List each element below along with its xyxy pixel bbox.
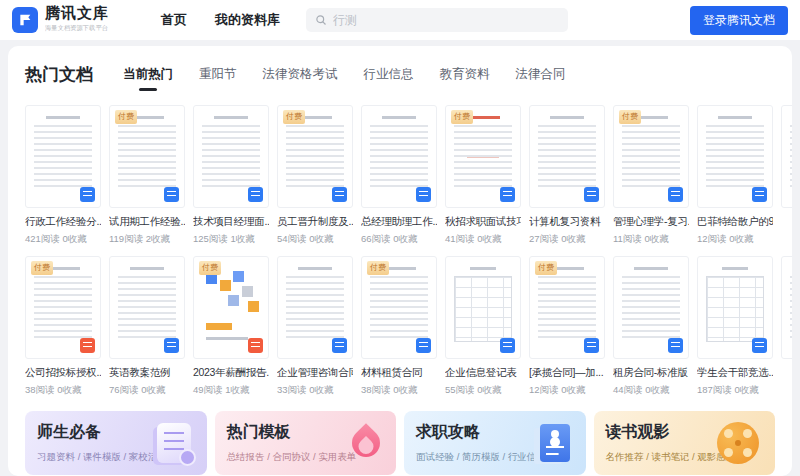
doc-preview-lines (34, 267, 92, 342)
main-panel: 热门文档 当前热门 重阳节 法律资格考试 行业信息 教育资料 法律合同 付费 (8, 46, 792, 476)
doc-thumbnail: 付费 (613, 256, 689, 359)
doc-card[interactable]: 付费 企业管理咨询合同 33阅读 0收藏 (277, 256, 353, 397)
doc-preview-lines (286, 267, 344, 342)
doc-preview-lines (34, 116, 92, 191)
login-button[interactable]: 登录腾讯文档 (690, 6, 788, 35)
film-reel-icon (717, 422, 759, 464)
logo-flag-icon (12, 7, 38, 33)
doc-title: 英语教案范例 (109, 366, 185, 380)
doc-card[interactable]: 付费 计算机复习资料 27阅读 0收藏 (529, 105, 605, 246)
doc-thumbnail: 付费 (529, 256, 605, 359)
doc-preview-lines (706, 267, 764, 342)
app-logo[interactable]: 腾讯文库 海量文档资源下载平台 (12, 5, 135, 35)
doc-card[interactable]: 付费 行政工作经验分... 421阅读 0收藏 (25, 105, 101, 246)
doc-stats: 11阅读 0收藏 (613, 233, 689, 246)
doc-card[interactable]: 付费 材料租赁合同 38阅读 0收藏 (361, 256, 437, 397)
doc-title: 计算机复习资料 (529, 215, 605, 229)
doc-card[interactable]: 付费 公司招投标授权... 38阅读 0收藏 (25, 256, 101, 397)
doc-cards-row-2: 付费 公司招投标授权... 38阅读 0收藏 付费 英语教案范例 76阅读 0收… (25, 256, 792, 397)
nav-my-library[interactable]: 我的资料库 (215, 11, 280, 29)
doc-preview-lines (790, 267, 792, 342)
doc-stats: 38阅读 0收藏 (25, 384, 101, 397)
paid-badge: 付费 (619, 110, 641, 124)
doc-preview-lines (622, 267, 680, 342)
hot-docs-tab[interactable]: 法律资格考试 (263, 66, 338, 91)
doc-title: 学生会干部竞选... (697, 366, 773, 380)
file-type-icon (584, 338, 599, 353)
file-type-icon (332, 338, 347, 353)
doc-card[interactable]: 付费 总经理助理工作... 66阅读 0收藏 (361, 105, 437, 246)
doc-thumbnail: 付费 (277, 105, 353, 208)
doc-stats: 27阅读 0收藏 (529, 233, 605, 246)
doc-card[interactable]: 付费 2023年薪酬报告... 49阅读 1收藏 (193, 256, 269, 397)
doc-thumbnail: 付费 (697, 105, 773, 208)
paid-badge: 付费 (535, 261, 557, 275)
doc-card[interactable]: 付费 [承揽合同]—加... 12阅读 0收藏 (529, 256, 605, 397)
doc-card[interactable]: 付费 管理心理学-复习... 11阅读 0收藏 (613, 105, 689, 246)
doc-stats: 33阅读 0收藏 (277, 384, 353, 397)
hot-docs-tab[interactable]: 重阳节 (199, 66, 237, 91)
doc-thumbnail: 付费 (529, 105, 605, 208)
file-type-icon (332, 187, 347, 202)
doc-preview-lines (790, 116, 792, 191)
doc-card[interactable]: 付费 租房合同-标准版 44阅读 0收藏 (613, 256, 689, 397)
hot-docs-tab[interactable]: 法律合同 (516, 66, 566, 91)
file-type-icon (416, 187, 431, 202)
doc-title: 材料租赁合同 (361, 366, 437, 380)
doc-stats: 187阅读 0收藏 (697, 384, 773, 397)
doc-thumbnail: 付费 (781, 105, 792, 208)
banner-hot-templates[interactable]: 热门模板 总结报告 / 合同协议 / 实用表单 (215, 411, 397, 475)
file-type-icon (248, 187, 263, 202)
doc-thumbnail: 付费 (277, 256, 353, 359)
search-input[interactable] (333, 13, 559, 27)
doc-card[interactable]: 付费 技术项目经理面... 125阅读 1收藏 (193, 105, 269, 246)
doc-thumbnail: 付费 (109, 105, 185, 208)
doc-title: [承揽合同]—加... (529, 366, 605, 380)
doc-card[interactable]: 付费 (781, 105, 792, 246)
file-type-icon (668, 338, 683, 353)
doc-preview-lines (538, 267, 596, 342)
doc-thumbnail: 付费 (25, 105, 101, 208)
doc-title: 行政工作经验分... (25, 215, 101, 229)
file-type-icon (584, 187, 599, 202)
doc-card[interactable]: 付费 企业信息登记表 55阅读 0收藏 (445, 256, 521, 397)
file-type-icon (164, 187, 179, 202)
doc-preview-lines (118, 116, 176, 191)
doc-title: 2023年薪酬报告... (193, 366, 269, 380)
doc-card[interactable]: 付费 试用期工作经验... 119阅读 2收藏 (109, 105, 185, 246)
app-name: 腾讯文库 (45, 5, 135, 22)
hot-docs-header: 热门文档 当前热门 重阳节 法律资格考试 行业信息 教育资料 法律合同 (25, 63, 792, 91)
hot-docs-tab[interactable]: 当前热门 (123, 66, 173, 91)
doc-card[interactable]: 付费 员工晋升制度及... 54阅读 0收藏 (277, 105, 353, 246)
hot-docs-tab[interactable]: 教育资料 (440, 66, 490, 91)
paid-badge: 付费 (367, 261, 389, 275)
doc-stats: 76阅读 0收藏 (109, 384, 185, 397)
doc-thumbnail: 付费 (109, 256, 185, 359)
hot-docs-tabs: 当前热门 重阳节 法律资格考试 行业信息 教育资料 法律合同 (123, 63, 566, 91)
nav-home[interactable]: 首页 (161, 11, 187, 29)
hot-docs-tab[interactable]: 行业信息 (364, 66, 414, 91)
doc-card[interactable]: 付费 巴菲特给散户的9... 12阅读 0收藏 (697, 105, 773, 246)
doc-preview-lines (454, 267, 512, 342)
doc-card[interactable]: 付费 学生会干部竞选... 187阅读 0收藏 (697, 256, 773, 397)
doc-preview-lines (538, 116, 596, 191)
doc-card[interactable]: 付费 (781, 256, 792, 397)
doc-thumbnail: 付费 (193, 256, 269, 359)
doc-card[interactable]: 付费 秋招求职面试技巧 41阅读 0收藏 (445, 105, 521, 246)
banner-job-hunting[interactable]: 求职攻略 面试经验 / 简历模版 / 行业信息 (404, 411, 586, 475)
doc-stats: 54阅读 0收藏 (277, 233, 353, 246)
doc-title: 企业信息登记表 (445, 366, 521, 380)
doc-card[interactable]: 付费 英语教案范例 76阅读 0收藏 (109, 256, 185, 397)
banner-teacher-student[interactable]: 师生必备 习题资料 / 课件模版 / 家校活动 (25, 411, 207, 475)
doc-thumbnail: 付费 (361, 256, 437, 359)
search-box[interactable] (306, 8, 568, 32)
doc-title: 总经理助理工作... (361, 215, 437, 229)
doc-preview-lines (706, 116, 764, 191)
paid-badge: 付费 (115, 110, 137, 124)
logo-text: 腾讯文库 海量文档资源下载平台 (45, 5, 135, 35)
banner-reading-movies[interactable]: 读书观影 名作推荐 / 读书笔记 / 观影感悟 (594, 411, 776, 475)
paid-badge: 付费 (199, 261, 221, 275)
doc-stats: 38阅读 0收藏 (361, 384, 437, 397)
file-type-icon (500, 187, 515, 202)
doc-preview-lines (202, 267, 260, 342)
